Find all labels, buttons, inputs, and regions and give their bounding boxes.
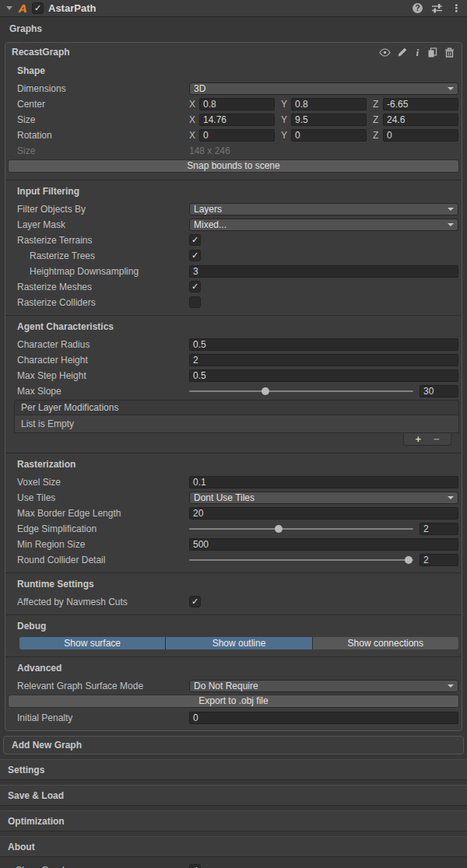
unity-inspector: A ✓ AstarPath ? ⋮ Graphs RecastGraph — [0, 0, 467, 868]
center-x-field[interactable]: 0.8 — [199, 98, 275, 110]
character-height-field[interactable]: 2 — [189, 354, 458, 366]
runtime-settings-header: Runtime Settings — [17, 579, 455, 590]
size-y-field[interactable]: 9.5 — [291, 114, 367, 126]
axis-z-label: Z — [373, 99, 381, 110]
initial-penalty-label: Initial Penalty — [17, 712, 189, 723]
component-enabled-checkbox[interactable]: ✓ — [32, 2, 44, 14]
export-obj-button[interactable]: Export to .obj file — [8, 695, 459, 708]
rasterize-trees-label: Rasterize Trees — [17, 250, 189, 261]
chevron-down-icon — [448, 496, 454, 499]
info-icon[interactable]: i — [414, 47, 420, 58]
slider-knob[interactable] — [275, 525, 283, 533]
voxel-size-label: Voxel Size — [17, 477, 189, 488]
slider-knob[interactable] — [405, 556, 413, 564]
rasterize-terrains-label: Rasterize Terrains — [17, 235, 189, 246]
rotation-y-field[interactable]: 0 — [291, 129, 367, 142]
per-layer-modifications-header[interactable]: Per Layer Modifications — [14, 400, 459, 415]
agent-characteristics-section: Agent Characteristics Character Radius 0… — [5, 315, 462, 453]
relevant-graph-surface-mode-dropdown[interactable]: Do Not Require — [189, 680, 458, 692]
recast-graph-panel: RecastGraph i — [5, 42, 462, 731]
max-slope-label: Max Slope — [17, 386, 189, 397]
list-empty-text: List is Empty — [14, 415, 459, 433]
edge-simplification-slider[interactable] — [189, 528, 413, 530]
center-z-field[interactable]: -6.65 — [383, 98, 458, 110]
rasterize-colliders-label: Rasterize Colliders — [17, 297, 189, 308]
max-slope-field[interactable]: 30 — [420, 385, 458, 397]
input-filtering-section: Input Filtering Filter Objects By Layers… — [5, 180, 462, 315]
rasterize-meshes-checkbox[interactable]: ✓ — [189, 281, 201, 292]
round-collider-detail-label: Round Collider Detail — [17, 555, 189, 565]
character-height-label: Character Height — [17, 355, 189, 366]
use-tiles-label: Use Tiles — [17, 492, 189, 503]
layer-mask-label: Layer Mask — [17, 219, 189, 230]
max-border-edge-length-field[interactable]: 20 — [189, 507, 458, 520]
initial-penalty-field[interactable]: 0 — [189, 712, 458, 724]
trash-icon[interactable] — [444, 47, 455, 58]
shape-header: Shape — [17, 65, 455, 76]
size-readonly-value: 148 x 246 — [189, 145, 230, 156]
affected-by-navmesh-cuts-checkbox[interactable]: ✓ — [189, 596, 201, 607]
astar-logo-icon: A — [16, 2, 29, 14]
rasterize-trees-checkbox[interactable]: ✓ — [189, 250, 201, 261]
layer-mask-dropdown[interactable]: Mixed... — [189, 219, 458, 231]
filter-objects-by-dropdown[interactable]: Layers — [189, 203, 458, 215]
round-collider-detail-slider[interactable] — [189, 559, 413, 561]
min-region-size-field[interactable]: 500 — [189, 538, 458, 551]
size-z-field[interactable]: 24.6 — [383, 114, 458, 126]
more-menu-icon[interactable]: ⋮ — [451, 3, 462, 13]
dimensions-dropdown[interactable]: 3D — [189, 82, 458, 95]
edge-simplification-label: Edge Simplification — [17, 523, 189, 534]
debug-section: Debug Show surface Show outline Show con… — [5, 614, 462, 656]
size-x-field[interactable]: 14.76 — [199, 114, 275, 126]
max-slope-slider[interactable] — [189, 390, 413, 392]
chevron-down-icon — [448, 208, 454, 211]
edge-simplification-field[interactable]: 2 — [420, 523, 458, 535]
heightmap-downsampling-field[interactable]: 3 — [189, 265, 458, 278]
pencil-icon[interactable] — [398, 47, 407, 57]
dimensions-label: Dimensions — [17, 83, 189, 94]
help-icon[interactable]: ? — [413, 3, 423, 13]
use-tiles-dropdown[interactable]: Dont Use Tiles — [189, 492, 458, 504]
add-new-graph-button[interactable]: Add New Graph — [3, 736, 464, 754]
relevant-graph-surface-mode-label: Relevant Graph Surface Mode — [17, 681, 189, 691]
list-add-button[interactable]: + — [415, 434, 421, 444]
character-radius-field[interactable]: 0.5 — [189, 338, 458, 351]
chevron-down-icon — [448, 223, 454, 226]
center-y-field[interactable]: 0.8 — [291, 98, 367, 110]
presets-icon[interactable] — [431, 3, 443, 13]
character-radius-label: Character Radius — [17, 339, 189, 350]
duplicate-icon[interactable] — [427, 47, 437, 58]
section-save-load[interactable]: Save & Load — [0, 785, 467, 806]
runtime-settings-section: Runtime Settings Affected by Navmesh Cut… — [5, 572, 462, 614]
min-region-size-label: Min Region Size — [17, 539, 189, 550]
rotation-z-field[interactable]: 0 — [383, 129, 458, 142]
show-connections-button[interactable]: Show connections — [313, 637, 458, 649]
axis-x-label: X — [189, 114, 197, 125]
show-graphs-checkbox[interactable]: ✓ — [189, 864, 201, 868]
graph-title[interactable]: RecastGraph — [12, 47, 70, 58]
debug-header: Debug — [17, 621, 455, 632]
max-border-edge-length-label: Max Border Edge Length — [17, 508, 189, 519]
section-optimization[interactable]: Optimization — [0, 810, 467, 831]
size-readonly-label: Size — [17, 145, 189, 156]
round-collider-detail-field[interactable]: 2 — [420, 554, 458, 566]
axis-z-label: Z — [373, 114, 381, 125]
max-step-height-field[interactable]: 0.5 — [189, 369, 458, 382]
list-remove-button[interactable]: − — [434, 434, 440, 444]
axis-y-label: Y — [281, 99, 289, 110]
rasterize-terrains-checkbox[interactable]: ✓ — [189, 234, 201, 246]
shape-section: Shape Dimensions 3D Center X0.8 Y0.8 Z-6… — [5, 60, 462, 180]
filter-objects-by-label: Filter Objects By — [17, 204, 189, 215]
slider-knob[interactable] — [262, 387, 269, 395]
rotation-x-field[interactable]: 0 — [199, 129, 275, 142]
section-settings[interactable]: Settings — [0, 759, 467, 780]
show-outline-button[interactable]: Show outline — [166, 637, 312, 649]
section-about[interactable]: About — [0, 836, 467, 857]
rasterize-colliders-checkbox[interactable] — [189, 296, 201, 308]
show-surface-button[interactable]: Show surface — [19, 637, 166, 649]
voxel-size-field[interactable]: 0.1 — [189, 476, 458, 488]
foldout-arrow-icon[interactable] — [6, 6, 12, 10]
snap-bounds-button[interactable]: Snap bounds to scene — [8, 159, 459, 173]
eye-icon[interactable] — [379, 48, 391, 57]
axis-z-label: Z — [373, 130, 381, 141]
